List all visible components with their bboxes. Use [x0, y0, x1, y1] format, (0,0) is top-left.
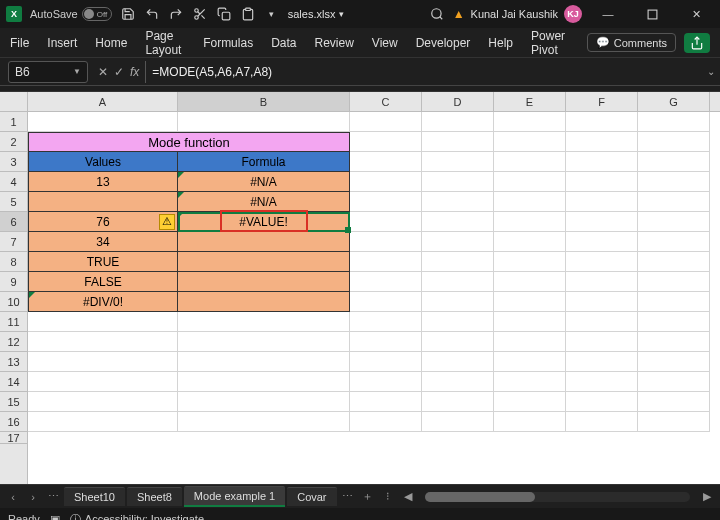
cell-B16[interactable]: [178, 412, 350, 432]
autosave-toggle[interactable]: Off: [82, 7, 112, 21]
cell-G8[interactable]: [638, 252, 710, 272]
cell-E5[interactable]: [494, 192, 566, 212]
cell-B3[interactable]: Formula: [178, 152, 350, 172]
ribbon-tab-home[interactable]: Home: [95, 36, 127, 50]
ribbon-tab-help[interactable]: Help: [488, 36, 513, 50]
cell-C12[interactable]: [350, 332, 422, 352]
cell-D11[interactable]: [422, 312, 494, 332]
cell-F6[interactable]: [566, 212, 638, 232]
cell-D1[interactable]: [422, 112, 494, 132]
cell-B7[interactable]: [178, 232, 350, 252]
col-header-C[interactable]: C: [350, 92, 422, 111]
scrollbar-thumb[interactable]: [425, 492, 535, 502]
col-header-A[interactable]: A: [28, 92, 178, 111]
cell-A1[interactable]: [28, 112, 178, 132]
select-all-corner[interactable]: [0, 92, 27, 112]
row-header-4[interactable]: 4: [0, 172, 27, 192]
cell-G10[interactable]: [638, 292, 710, 312]
cell-D9[interactable]: [422, 272, 494, 292]
cell-B15[interactable]: [178, 392, 350, 412]
save-icon[interactable]: [120, 6, 136, 22]
row-header-8[interactable]: 8: [0, 252, 27, 272]
cell-E13[interactable]: [494, 352, 566, 372]
cell-A3[interactable]: Values: [28, 152, 178, 172]
ribbon-tab-formulas[interactable]: Formulas: [203, 36, 253, 50]
cell-A11[interactable]: [28, 312, 178, 332]
ribbon-tab-review[interactable]: Review: [315, 36, 354, 50]
cell-D10[interactable]: [422, 292, 494, 312]
cell-E2[interactable]: [494, 132, 566, 152]
error-trace-icon[interactable]: ⚠: [159, 214, 175, 230]
col-header-D[interactable]: D: [422, 92, 494, 111]
cell-A4[interactable]: 13: [28, 172, 178, 192]
cell-F13[interactable]: [566, 352, 638, 372]
cell-A5[interactable]: [28, 192, 178, 212]
cell-F14[interactable]: [566, 372, 638, 392]
cell-D7[interactable]: [422, 232, 494, 252]
cell-F7[interactable]: [566, 232, 638, 252]
redo-icon[interactable]: [168, 6, 184, 22]
cell-C10[interactable]: [350, 292, 422, 312]
maximize-button[interactable]: [634, 3, 670, 25]
cell-A12[interactable]: [28, 332, 178, 352]
cell-B5[interactable]: #N/A: [178, 192, 350, 212]
cell-F11[interactable]: [566, 312, 638, 332]
cell-F5[interactable]: [566, 192, 638, 212]
row-header-14[interactable]: 14: [0, 372, 27, 392]
row-header-16[interactable]: 16: [0, 412, 27, 432]
cell-G16[interactable]: [638, 412, 710, 432]
cell-A6[interactable]: 76⚠: [28, 212, 178, 232]
cell-B8[interactable]: [178, 252, 350, 272]
cell-A9[interactable]: FALSE: [28, 272, 178, 292]
fx-icon[interactable]: fx: [130, 65, 139, 79]
ribbon-tab-view[interactable]: View: [372, 36, 398, 50]
cell-E14[interactable]: [494, 372, 566, 392]
cell-E4[interactable]: [494, 172, 566, 192]
cell-G5[interactable]: [638, 192, 710, 212]
cell-A7[interactable]: 34: [28, 232, 178, 252]
cancel-formula-icon[interactable]: ✕: [98, 65, 108, 79]
ribbon-tab-data[interactable]: Data: [271, 36, 296, 50]
autosave-control[interactable]: AutoSave Off: [30, 7, 112, 21]
expand-formula-bar-icon[interactable]: ⌄: [702, 66, 720, 77]
row-header-6[interactable]: 6: [0, 212, 27, 232]
cell-C15[interactable]: [350, 392, 422, 412]
search-icon[interactable]: [429, 6, 445, 22]
cell-A16[interactable]: [28, 412, 178, 432]
cell-C16[interactable]: [350, 412, 422, 432]
cell-C4[interactable]: [350, 172, 422, 192]
cell-B13[interactable]: [178, 352, 350, 372]
cell-E15[interactable]: [494, 392, 566, 412]
paste-icon[interactable]: [240, 6, 256, 22]
ribbon-tab-page-layout[interactable]: Page Layout: [145, 29, 185, 57]
close-button[interactable]: ✕: [678, 3, 714, 25]
cell-D12[interactable]: [422, 332, 494, 352]
cell-C11[interactable]: [350, 312, 422, 332]
cell-C1[interactable]: [350, 112, 422, 132]
undo-icon[interactable]: [144, 6, 160, 22]
cell-F1[interactable]: [566, 112, 638, 132]
row-header-12[interactable]: 12: [0, 332, 27, 352]
ribbon-tab-developer[interactable]: Developer: [416, 36, 471, 50]
cell-E12[interactable]: [494, 332, 566, 352]
ribbon-tab-power-pivot[interactable]: Power Pivot: [531, 29, 569, 57]
cell-F10[interactable]: [566, 292, 638, 312]
cell-G7[interactable]: [638, 232, 710, 252]
row-header-3[interactable]: 3: [0, 152, 27, 172]
sheet-nav-next-icon[interactable]: ›: [24, 488, 42, 506]
cell-D14[interactable]: [422, 372, 494, 392]
qat-dropdown-icon[interactable]: ▾: [264, 6, 280, 22]
col-header-G[interactable]: G: [638, 92, 710, 111]
cell-D3[interactable]: [422, 152, 494, 172]
cell-D16[interactable]: [422, 412, 494, 432]
cell-merged-title[interactable]: Mode function: [28, 132, 350, 152]
cell-G15[interactable]: [638, 392, 710, 412]
sheet-nav-overflow-icon[interactable]: ⋯: [339, 488, 357, 506]
sheet-tab-active[interactable]: Mode example 1: [184, 486, 285, 507]
row-header-7[interactable]: 7: [0, 232, 27, 252]
cell-C8[interactable]: [350, 252, 422, 272]
cell-A15[interactable]: [28, 392, 178, 412]
cell-B1[interactable]: [178, 112, 350, 132]
cell-F3[interactable]: [566, 152, 638, 172]
cell-G12[interactable]: [638, 332, 710, 352]
